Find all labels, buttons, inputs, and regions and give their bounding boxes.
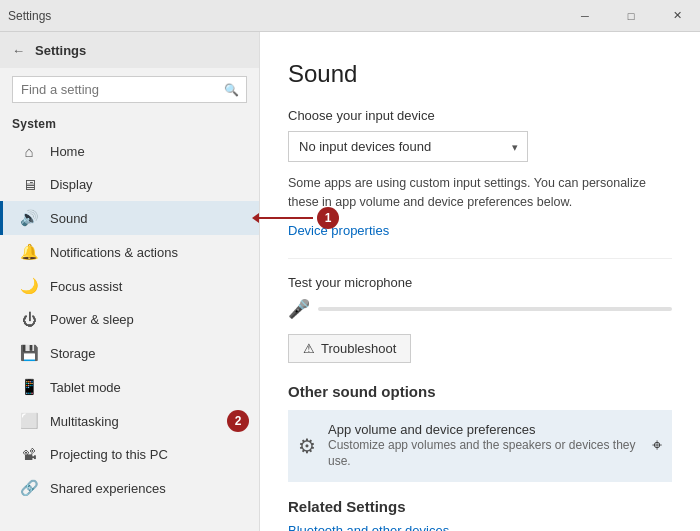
sidebar-item-label: Display bbox=[50, 177, 247, 192]
annotation-1: 1 bbox=[258, 207, 339, 229]
mic-bar-track bbox=[318, 307, 672, 311]
input-device-dropdown-wrapper: No input devices found ▾ bbox=[288, 131, 528, 162]
other-options-heading: Other sound options bbox=[288, 383, 672, 400]
sidebar-search-area: 🔍 bbox=[0, 68, 259, 111]
warning-icon: ⚠ bbox=[303, 341, 315, 356]
notifications-icon: 🔔 bbox=[20, 243, 38, 261]
option-card-text: App volume and device preferences Custom… bbox=[328, 422, 640, 471]
sidebar-item-sound-label: Sound bbox=[50, 211, 247, 226]
related-heading: Related Settings bbox=[288, 498, 672, 515]
cursor-icon: ⌖ bbox=[652, 435, 662, 456]
search-input[interactable] bbox=[12, 76, 247, 103]
input-section-label: Choose your input device bbox=[288, 108, 672, 123]
app-volume-card[interactable]: ⚙ App volume and device preferences Cust… bbox=[288, 410, 672, 483]
sidebar-item-label: Projecting to this PC bbox=[50, 447, 247, 462]
sidebar-item-sound[interactable]: 🔊 Sound 1 bbox=[0, 201, 259, 235]
sidebar-item-storage[interactable]: 💾 Storage bbox=[0, 336, 259, 370]
sidebar-item-label: Storage bbox=[50, 346, 247, 361]
sidebar-section-label: System bbox=[0, 111, 259, 135]
related-settings-section: Related Settings Bluetooth and other dev… bbox=[288, 498, 672, 531]
projecting-icon: 📽 bbox=[20, 446, 38, 463]
multitasking-icon: ⬜ bbox=[20, 412, 38, 430]
sidebar-item-label: Focus assist bbox=[50, 279, 247, 294]
microphone-section-label: Test your microphone bbox=[288, 275, 672, 290]
option-card-title: App volume and device preferences bbox=[328, 422, 640, 437]
sidebar-item-notifications[interactable]: 🔔 Notifications & actions bbox=[0, 235, 259, 269]
sidebar-item-home[interactable]: ⌂ Home bbox=[0, 135, 259, 168]
sidebar-item-tablet[interactable]: 📱 Tablet mode bbox=[0, 370, 259, 404]
annotation-2: 2 bbox=[227, 410, 249, 432]
sidebar-item-focus[interactable]: 🌙 Focus assist bbox=[0, 269, 259, 303]
divider bbox=[288, 258, 672, 259]
sidebar-item-label: Shared experiences bbox=[50, 481, 247, 496]
sidebar: ← Settings 🔍 System ⌂ Home 🖥 Display 🔊 bbox=[0, 32, 260, 531]
main-content: Sound Choose your input device No input … bbox=[260, 32, 700, 531]
troubleshoot-button[interactable]: ⚠ Troubleshoot bbox=[288, 334, 411, 363]
sidebar-item-label: Tablet mode bbox=[50, 380, 247, 395]
mic-bar-row: 🎤 bbox=[288, 298, 672, 320]
sidebar-item-shared[interactable]: 🔗 Shared experiences bbox=[0, 471, 259, 505]
sidebar-item-label: Notifications & actions bbox=[50, 245, 247, 260]
titlebar-controls: ─ □ ✕ bbox=[562, 0, 700, 32]
microphone-icon: 🎤 bbox=[288, 298, 310, 320]
badge-2: 2 bbox=[227, 410, 249, 432]
search-icon: 🔍 bbox=[224, 83, 239, 97]
page-title: Sound bbox=[288, 60, 672, 88]
sidebar-title: Settings bbox=[35, 43, 86, 58]
badge-1: 1 bbox=[317, 207, 339, 229]
titlebar: Settings ─ □ ✕ bbox=[0, 0, 700, 32]
power-icon: ⏻ bbox=[20, 311, 38, 328]
sound-icon: 🔊 bbox=[20, 209, 38, 227]
maximize-button[interactable]: □ bbox=[608, 0, 654, 32]
titlebar-title: Settings bbox=[8, 9, 51, 23]
sidebar-item-projecting[interactable]: 📽 Projecting to this PC bbox=[0, 438, 259, 471]
input-device-dropdown[interactable]: No input devices found bbox=[288, 131, 528, 162]
back-button[interactable]: ← bbox=[12, 43, 25, 58]
bluetooth-link[interactable]: Bluetooth and other devices bbox=[288, 523, 672, 531]
sidebar-item-label: Home bbox=[50, 144, 247, 159]
sidebar-item-label: Multitasking bbox=[50, 414, 247, 429]
sidebar-item-multitasking[interactable]: ⬜ Multitasking 2 bbox=[0, 404, 259, 438]
info-text: Some apps are using custom input setting… bbox=[288, 174, 668, 212]
option-card-desc: Customize app volumes and the speakers o… bbox=[328, 437, 640, 471]
mixer-icon: ⚙ bbox=[298, 434, 316, 458]
display-icon: 🖥 bbox=[20, 176, 38, 193]
troubleshoot-label: Troubleshoot bbox=[321, 341, 396, 356]
sidebar-title-bar: ← Settings bbox=[0, 32, 259, 68]
close-button[interactable]: ✕ bbox=[654, 0, 700, 32]
sidebar-item-display[interactable]: 🖥 Display bbox=[0, 168, 259, 201]
search-wrapper: 🔍 bbox=[12, 76, 247, 103]
app-body: ← Settings 🔍 System ⌂ Home 🖥 Display 🔊 bbox=[0, 32, 700, 531]
minimize-button[interactable]: ─ bbox=[562, 0, 608, 32]
focus-icon: 🌙 bbox=[20, 277, 38, 295]
storage-icon: 💾 bbox=[20, 344, 38, 362]
sidebar-item-label: Power & sleep bbox=[50, 312, 247, 327]
tablet-icon: 📱 bbox=[20, 378, 38, 396]
sidebar-item-power[interactable]: ⏻ Power & sleep bbox=[0, 303, 259, 336]
shared-icon: 🔗 bbox=[20, 479, 38, 497]
home-icon: ⌂ bbox=[20, 143, 38, 160]
